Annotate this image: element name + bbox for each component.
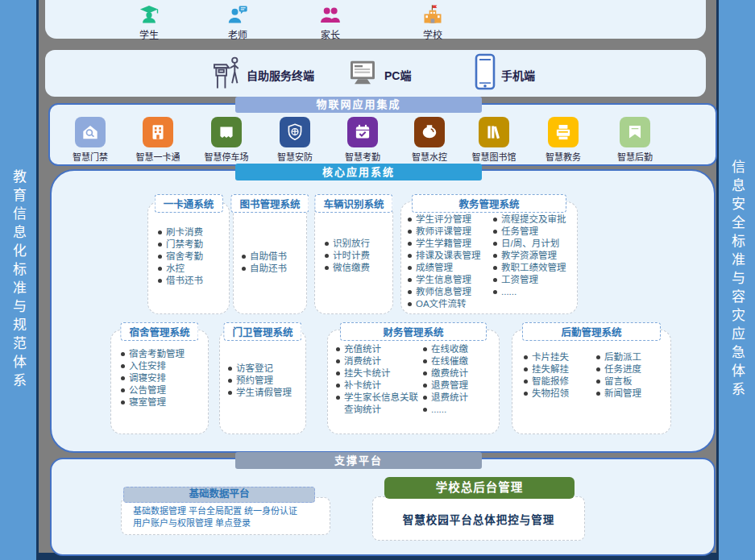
list-item-text: 流程提交及审批	[501, 214, 566, 226]
library-books-icon	[479, 117, 509, 147]
list-item: 宿舍考勤	[158, 251, 203, 263]
list-item-text: 教学资源管理	[501, 250, 557, 262]
bullet-dot	[121, 400, 125, 404]
iot-section-tab: 物联网应用集成	[235, 97, 482, 113]
pc-icon	[346, 56, 379, 89]
list-item: 学生家长信息关联查询统计	[336, 392, 420, 416]
student-icon	[137, 3, 161, 26]
list-item-text: 缴费统计	[431, 367, 468, 380]
bullet-dot	[121, 388, 125, 392]
list-item-text: 补卡统计	[344, 380, 381, 392]
list-item-text: 日/周、月计划	[501, 238, 559, 250]
list-item-text: 在线催缴	[431, 355, 468, 367]
right-divider-line	[716, 0, 719, 560]
self-service-kiosk-icon	[211, 52, 242, 91]
list-item-text: 学生评分管理	[416, 214, 471, 226]
school-icon	[421, 3, 445, 26]
parking-icon	[211, 117, 242, 147]
bullet-dot	[408, 290, 412, 294]
list-item-text: 计时计费	[333, 250, 370, 262]
list-item: 工资管理	[493, 274, 575, 286]
list-item-text: 学生信息管理	[416, 274, 471, 286]
user-item-student: 学生	[117, 3, 181, 41]
iot-label: 智慧图书馆	[472, 150, 516, 163]
list-item-text: 宿舍考勤	[166, 251, 203, 263]
sysbox-academic-affairs: 教务管理系统 学生评分管理教师评课管理学生学籍管理排课及课表管理成绩管理学生信息…	[400, 201, 578, 314]
list-item: 充值统计	[336, 343, 420, 355]
bullet-dot	[493, 254, 497, 258]
bullet-dot	[336, 347, 340, 351]
list-item: 挂失解挂	[524, 363, 591, 375]
list-item: 学生评分管理	[408, 214, 492, 226]
iot-item-parking: 智慧停车场	[193, 117, 260, 163]
list-item: 入住安排	[121, 360, 185, 372]
iot-item-academic: 智慧教务	[529, 117, 597, 163]
sysbox-title: 图书管理系统	[230, 194, 309, 213]
sysbox-one-card: 一卡通系统 刷卡消费门禁考勤宿舍考勤水控借书还书	[147, 201, 230, 314]
dormitory-list: 宿舍考勤管理入住安排调寝安排公告管理寝室管理	[121, 348, 185, 409]
list-item-text: 留言板	[604, 375, 633, 388]
bullet-dot	[493, 266, 497, 270]
sysbox-title: 后勤管理系统	[522, 322, 661, 341]
bullet-dot	[596, 367, 600, 371]
bullet-dot	[596, 392, 600, 396]
logistics-banner-icon	[620, 117, 650, 147]
list-item-text: 智能报修	[532, 375, 569, 388]
list-item: 缴费统计	[423, 367, 494, 380]
list-item-text: 调寝安排	[129, 372, 166, 384]
school-admin-tab: 学校总后台管理	[384, 477, 575, 499]
terminal-label: 自助服务终端	[247, 67, 314, 83]
list-item-text: 新闻管理	[604, 388, 641, 400]
sysbox-title: 财务管理系统	[340, 322, 487, 341]
list-item-text: 挂失解挂	[532, 363, 569, 375]
list-item: 微信缴费	[325, 262, 370, 274]
bullet-dot	[493, 242, 497, 246]
bullet-dot	[325, 266, 329, 270]
list-item-text: 排课及课表管理	[416, 250, 481, 262]
iot-item-attendance: 智慧考勤	[329, 117, 396, 163]
bullet-dot	[408, 254, 412, 258]
user-label: 家长	[321, 27, 340, 41]
sysbox-title: 教务管理系统	[412, 194, 566, 213]
bullet-dot	[158, 243, 162, 247]
list-item-text: 在线收缴	[431, 343, 468, 355]
bullet-dot	[493, 290, 497, 294]
list-item-text: 刷卡消费	[166, 226, 203, 239]
iot-label: 智慧停车场	[205, 150, 249, 163]
bullet-dot	[228, 367, 232, 371]
list-item: 在线收缴	[423, 343, 494, 355]
bullet-dot	[158, 279, 162, 283]
bullet-dot	[408, 230, 412, 234]
list-item: 成绩管理	[408, 262, 492, 274]
list-item: 学生信息管理	[408, 274, 492, 286]
core-section-tab: 核心应用系统	[235, 164, 482, 180]
list-item-text: 借书还书	[166, 275, 203, 287]
iot-item-one-card: 智慧一卡通	[124, 117, 192, 163]
vehicle-list: 识别放行计时计费微信缴费	[325, 238, 370, 274]
bullet-dot	[524, 392, 528, 396]
bullet-dot	[423, 371, 427, 375]
list-item-text: 失物招领	[532, 388, 569, 400]
bullet-dot	[596, 355, 600, 359]
list-item: 补卡统计	[336, 380, 420, 392]
list-item-text: 挂失卡统计	[344, 367, 391, 380]
list-item: 访客登记	[228, 363, 292, 375]
list-item-text: 识别放行	[333, 238, 370, 250]
right-sidebar-label: 信息安全标准与容灾应急体系	[727, 160, 747, 400]
teacher-icon	[226, 3, 250, 26]
list-item-text: 退费管理	[431, 380, 468, 392]
sysbox-vehicle: 车辆识别系统 识别放行计时计费微信缴费	[314, 201, 393, 314]
bullet-dot	[408, 242, 412, 246]
iot-item-library: 智慧图书馆	[460, 117, 528, 163]
iot-label: 智慧一卡通	[136, 150, 180, 163]
list-item: OA文件流转	[408, 298, 492, 310]
list-item-text: 后勤派工	[604, 351, 641, 363]
list-item: 在线催缴	[423, 355, 494, 367]
security-shield-icon	[280, 117, 310, 147]
user-label: 学校	[423, 27, 442, 41]
list-item-text: 微信缴费	[333, 262, 370, 274]
logistics-list-col2: 后勤派工任务进度留言板新闻管理	[596, 351, 667, 400]
list-item-text: 成绩管理	[416, 262, 453, 274]
list-item: 识别放行	[325, 238, 370, 250]
bullet-dot	[325, 254, 329, 258]
